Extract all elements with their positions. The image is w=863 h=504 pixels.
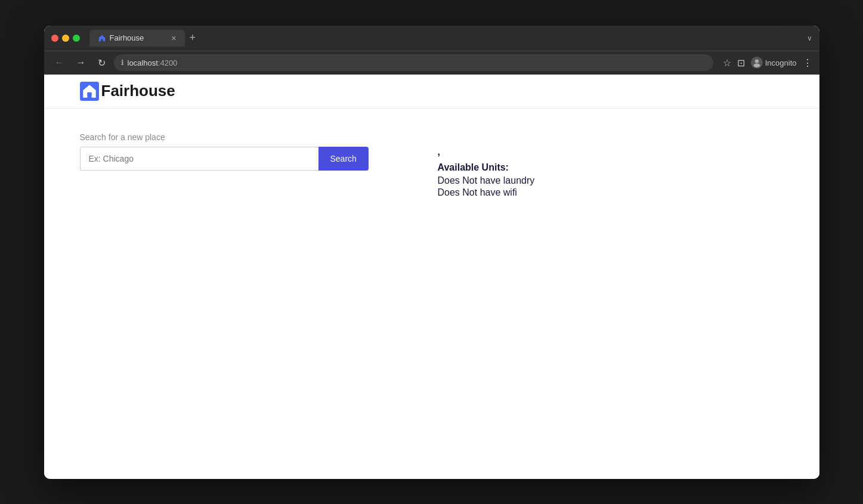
main-content: Search for a new place Search , Availabl…	[44, 109, 819, 223]
svg-rect-3	[87, 92, 89, 95]
search-label: Search for a new place	[80, 132, 784, 142]
browser-titlebar: Fairhouse × + ∨	[44, 26, 819, 51]
tab-dropdown-icon[interactable]: ∨	[807, 34, 812, 42]
results-section: , Available Units: Does Not have laundry…	[438, 147, 784, 198]
forward-button[interactable]: →	[73, 55, 89, 70]
address-info-icon: ℹ	[121, 58, 124, 67]
no-wifi-text: Does Not have wifi	[438, 187, 784, 198]
address-text: localhost:4200	[128, 58, 178, 67]
address-bar[interactable]: ℹ localhost:4200	[114, 54, 713, 71]
search-input[interactable]	[80, 147, 318, 171]
tab-title: Fairhouse	[110, 33, 144, 42]
tab-bar: Fairhouse × +	[89, 29, 802, 47]
browser-navbar: ← → ↻ ℹ localhost:4200 ☆ ⊡ Incognito ⋮	[44, 51, 819, 75]
tab-close-button[interactable]: ×	[171, 33, 176, 43]
available-units-heading: Available Units:	[438, 162, 784, 173]
reload-button[interactable]: ↻	[94, 55, 109, 71]
traffic-light-red[interactable]	[51, 35, 58, 42]
traffic-light-yellow[interactable]	[62, 35, 69, 42]
more-options-icon[interactable]: ⋮	[803, 57, 812, 69]
page-content: Fairhouse Search for a new place Search …	[44, 75, 819, 479]
new-tab-button[interactable]: +	[185, 29, 201, 47]
nav-actions: ☆ ⊡ Incognito ⋮	[723, 57, 812, 69]
split-view-icon[interactable]: ⊡	[737, 57, 745, 69]
app-logo: Fairhouse	[80, 82, 175, 101]
logo-house-icon	[80, 82, 99, 101]
app-header: Fairhouse	[44, 75, 819, 109]
results-comma: ,	[438, 147, 784, 157]
traffic-lights	[51, 35, 80, 42]
active-tab[interactable]: Fairhouse ×	[89, 30, 185, 47]
svg-rect-4	[89, 92, 92, 95]
browser-window: Fairhouse × + ∨ ← → ↻ ℹ localhost:4200 ☆…	[44, 26, 819, 479]
app-title: Fairhouse	[101, 82, 175, 100]
tab-favicon-icon	[98, 34, 106, 42]
svg-point-0	[755, 59, 759, 63]
back-button[interactable]: ←	[51, 55, 68, 70]
traffic-light-green[interactable]	[73, 35, 80, 42]
incognito-avatar-icon	[751, 57, 763, 69]
incognito-badge: Incognito	[751, 57, 797, 69]
bookmark-icon[interactable]: ☆	[723, 57, 731, 69]
svg-point-1	[753, 64, 760, 67]
incognito-label: Incognito	[765, 58, 797, 67]
no-laundry-text: Does Not have laundry	[438, 175, 784, 186]
search-button[interactable]: Search	[318, 147, 369, 171]
